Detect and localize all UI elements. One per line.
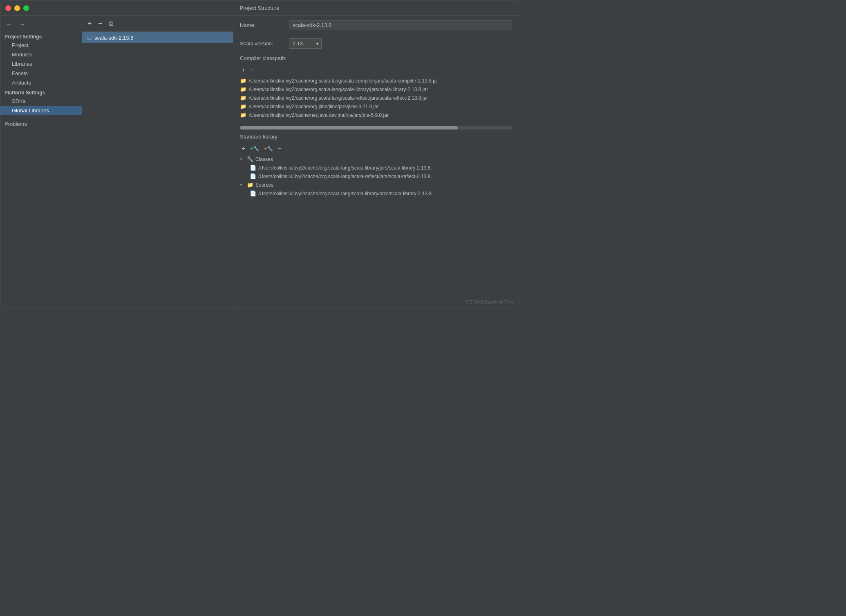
- folder-icon: 📁: [240, 112, 246, 118]
- project-settings-label: Project Settings: [0, 31, 82, 40]
- sidebar-item-project[interactable]: Project: [0, 40, 82, 50]
- scala-version-label: Scala version:: [240, 40, 285, 47]
- expand-icon: ▾: [240, 183, 245, 187]
- sidebar-item-global-libraries[interactable]: Global Libraries: [0, 106, 82, 115]
- classpath-path: /Users/collinsliu/.ivy2/cache/org.scala-…: [249, 87, 428, 92]
- stdlib-toolbar: + +🔧 +🔧 −: [233, 142, 519, 154]
- classpath-area: 📁 /Users/collinsliu/.ivy2/cache/org.scal…: [233, 76, 519, 125]
- sidebar-item-artifacts[interactable]: Artifacts: [0, 78, 82, 87]
- name-field-row: Name:: [233, 16, 519, 34]
- classes-label: Classes: [255, 156, 273, 162]
- folder-icon: 📁: [247, 182, 253, 188]
- classpath-item: 📁 /Users/collinsliu/.ivy2/cache/net.java…: [233, 111, 519, 119]
- minimize-button[interactable]: [14, 5, 20, 11]
- sidebar-item-libraries[interactable]: Libraries: [0, 59, 82, 69]
- forward-button[interactable]: →: [18, 20, 27, 29]
- plus-down-icon: +🔧: [264, 146, 273, 152]
- center-toolbar: + − ⧉: [82, 16, 233, 32]
- scala-version-field-row: Scala version: 2.13 2.12 3.0 ▼: [233, 34, 519, 53]
- classpath-path: /Users/collinsliu/.ivy2/cache/org.scala-…: [249, 78, 437, 84]
- sdk-item[interactable]: 🗂 scala-sdk-2.13.8: [82, 32, 233, 43]
- titlebar: Project Structure: [0, 0, 519, 16]
- classpath-item: 📁 /Users/collinsliu/.ivy2/cache/org.jlin…: [233, 102, 519, 111]
- scala-version-select[interactable]: 2.13 2.12 3.0: [289, 38, 322, 49]
- sdk-folder-icon: 🗂: [86, 34, 92, 41]
- close-button[interactable]: [5, 5, 11, 11]
- remove-sdk-button[interactable]: −: [96, 19, 103, 28]
- watermark-text: CSDN @SparklingTheo: [466, 299, 514, 304]
- copy-sdk-button[interactable]: ⧉: [107, 19, 115, 28]
- scrollbar-thumb[interactable]: [240, 126, 458, 129]
- classes-path-1: /Users/collinsliu/.ivy2/cache/org.scala-…: [258, 165, 432, 171]
- sidebar-nav: ← →: [0, 18, 82, 31]
- stdlib-minus-button[interactable]: −: [276, 144, 283, 152]
- jar-icon: 📄: [250, 165, 256, 171]
- plus-up-icon: +🔧: [250, 146, 259, 152]
- sidebar-item-facets[interactable]: Facets: [0, 69, 82, 78]
- tree-classes-item-1: 📄 /Users/collinsliu/.ivy2/cache/org.scal…: [233, 163, 519, 172]
- compiler-classpath-label: Compiler classpath:: [233, 53, 519, 64]
- center-panel: + − ⧉ 🗂 scala-sdk-2.13.8: [82, 16, 233, 308]
- jar-icon: 📄: [250, 190, 256, 196]
- classpath-item: 📁 /Users/collinsliu/.ivy2/cache/org.scal…: [233, 94, 519, 102]
- wrench-icon: 🔧: [247, 156, 253, 162]
- jar-icon: 📄: [250, 173, 256, 179]
- name-label: Name:: [240, 22, 285, 28]
- classpath-path: /Users/collinsliu/.ivy2/cache/net.java.d…: [249, 112, 389, 118]
- window-title: Project Structure: [240, 5, 280, 11]
- back-button[interactable]: ←: [4, 20, 14, 29]
- classpath-path: /Users/collinsliu/.ivy2/cache/org.jline/…: [249, 104, 379, 109]
- sources-path-1: /Users/collinsliu/.ivy2/cache/org.scala-…: [258, 191, 433, 196]
- classpath-minus-button[interactable]: −: [248, 65, 255, 74]
- sidebar-item-problems[interactable]: Problems: [0, 118, 82, 129]
- folder-icon: 📁: [240, 78, 246, 84]
- maximize-button[interactable]: [23, 5, 29, 11]
- classes-path-2: /Users/collinsliu/.ivy2/cache/org.scala-…: [258, 174, 432, 179]
- main-window: Project Structure ← → Project Settings P…: [0, 0, 519, 308]
- classpath-item: 📁 /Users/collinsliu/.ivy2/cache/org.scal…: [233, 76, 519, 85]
- folder-icon: 📁: [240, 103, 246, 109]
- folder-icon: 📁: [240, 86, 246, 92]
- tree-classes-header[interactable]: ▾ 🔧 Classes: [233, 155, 519, 163]
- sidebar-item-modules[interactable]: Modules: [0, 50, 82, 59]
- sidebar: ← → Project Settings Project Modules Lib…: [0, 16, 82, 308]
- expand-icon: ▾: [240, 157, 245, 161]
- stdlib-add-button[interactable]: +: [240, 144, 247, 152]
- scala-version-wrapper: 2.13 2.12 3.0 ▼: [289, 38, 320, 49]
- tree-sources-header[interactable]: ▾ 📁 Sources: [233, 181, 519, 189]
- tree-classes-item-2: 📄 /Users/collinsliu/.ivy2/cache/org.scal…: [233, 172, 519, 181]
- horizontal-scrollbar[interactable]: [240, 126, 512, 129]
- standard-library-label: Standard library:: [233, 131, 519, 142]
- name-input[interactable]: [289, 20, 512, 30]
- add-sdk-button[interactable]: +: [86, 19, 93, 28]
- stdlib-add3-button[interactable]: +🔧: [262, 144, 275, 152]
- tree-sources-item-1: 📄 /Users/collinsliu/.ivy2/cache/org.scal…: [233, 189, 519, 198]
- classpath-toolbar: + −: [233, 64, 519, 76]
- stdlib-add2-button[interactable]: +🔧: [248, 144, 261, 152]
- sidebar-item-sdks[interactable]: SDKs: [0, 96, 82, 106]
- classpath-item: 📁 /Users/collinsliu/.ivy2/cache/org.scal…: [233, 85, 519, 94]
- platform-settings-label: Platform Settings: [0, 87, 82, 96]
- classpath-path: /Users/collinsliu/.ivy2/cache/org.scala-…: [249, 95, 428, 101]
- sdk-list: 🗂 scala-sdk-2.13.8: [82, 32, 233, 308]
- main-content: ← → Project Settings Project Modules Lib…: [0, 16, 519, 308]
- right-panel: Name: Scala version: 2.13 2.12 3.0 ▼ Com…: [233, 16, 519, 308]
- window-controls: [5, 5, 29, 11]
- stdlib-tree: ▾ 🔧 Classes 📄 /Users/collinsliu/.ivy2/ca…: [233, 154, 519, 308]
- classpath-add-button[interactable]: +: [240, 65, 247, 74]
- sources-label: Sources: [255, 182, 273, 188]
- sdk-name: scala-sdk-2.13.8: [94, 35, 133, 41]
- folder-icon: 📁: [240, 95, 246, 101]
